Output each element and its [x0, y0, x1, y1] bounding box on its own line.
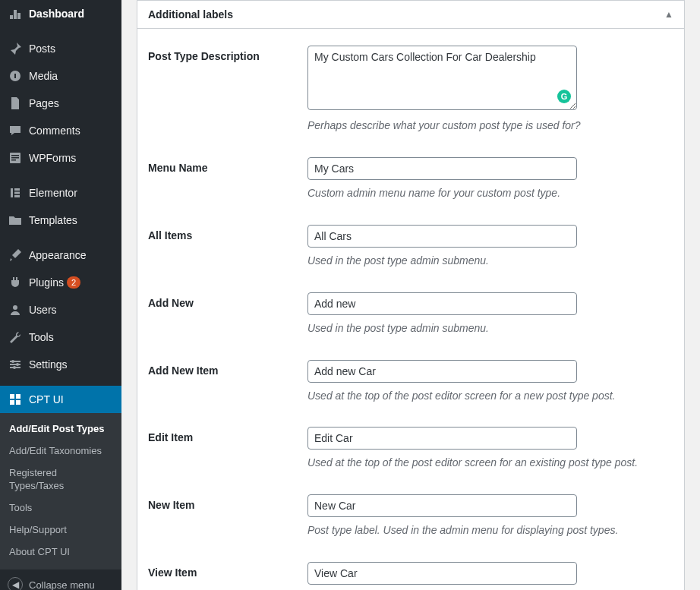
menu-posts[interactable]: Posts	[0, 35, 121, 62]
input-view-item[interactable]	[307, 562, 577, 585]
desc-add-new-item: Used at the top of the post editor scree…	[307, 389, 673, 403]
admin-sidebar: Dashboard Posts Media Pages Comments W	[0, 0, 121, 590]
desc-all-items: Used in the post type admin submenu.	[307, 254, 673, 268]
menu-comments[interactable]: Comments	[0, 117, 121, 144]
media-icon	[8, 68, 23, 84]
menu-tools[interactable]: Tools	[0, 323, 121, 351]
menu-elementor[interactable]: Elementor	[0, 179, 121, 207]
panel-header[interactable]: Additional labels ▲	[137, 1, 684, 29]
svg-rect-3	[11, 155, 19, 156]
menu-appearance[interactable]: Appearance	[0, 241, 121, 269]
sliders-icon	[8, 357, 23, 372]
svg-rect-5	[11, 159, 16, 161]
submenu-add-edit-post-types[interactable]: Add/Edit Post Types	[0, 418, 121, 440]
svg-rect-7	[14, 188, 20, 191]
desc-edit-item: Used at the top of the post editor scree…	[307, 456, 673, 470]
svg-point-16	[13, 366, 16, 369]
grammarly-icon[interactable]: G	[557, 90, 571, 103]
input-add-new-item[interactable]	[307, 360, 577, 383]
svg-rect-6	[11, 188, 13, 197]
panel-toggle-icon[interactable]: ▲	[664, 9, 673, 20]
submenu-help-support[interactable]: Help/Support	[0, 519, 121, 541]
elementor-icon	[8, 185, 23, 200]
folder-icon	[8, 213, 23, 228]
desc-post-type-description: Perhaps describe what your custom post t…	[307, 118, 673, 133]
label-all-items: All Items	[148, 225, 307, 241]
svg-point-10	[13, 305, 17, 310]
submenu-tools[interactable]: Tools	[0, 497, 121, 519]
collapse-menu[interactable]: ◀ Collapse menu	[0, 569, 121, 590]
submenu-add-edit-taxonomies[interactable]: Add/Edit Taxonomies	[0, 440, 121, 462]
input-menu-name[interactable]	[307, 157, 577, 180]
menu-dashboard[interactable]: Dashboard	[0, 0, 121, 27]
input-add-new[interactable]	[307, 292, 577, 315]
svg-rect-4	[11, 157, 19, 159]
cpt-ui-submenu: Add/Edit Post Types Add/Edit Taxonomies …	[0, 413, 121, 569]
dashboard-icon	[8, 6, 23, 21]
svg-rect-19	[10, 400, 14, 405]
svg-rect-17	[10, 394, 14, 399]
pin-icon	[8, 41, 23, 56]
wrench-icon	[8, 330, 23, 345]
input-new-item[interactable]	[307, 494, 577, 517]
label-edit-item: Edit Item	[148, 427, 307, 443]
label-menu-name: Menu Name	[148, 157, 307, 174]
menu-wpforms[interactable]: WPForms	[0, 144, 121, 172]
menu-cpt-ui[interactable]: CPT UI	[0, 386, 121, 413]
svg-point-14	[11, 360, 14, 363]
menu-plugins[interactable]: Plugins 2	[0, 269, 121, 296]
svg-rect-8	[14, 192, 20, 194]
svg-rect-20	[16, 400, 20, 405]
input-all-items[interactable]	[307, 225, 577, 248]
plugins-update-badge: 2	[67, 276, 80, 289]
submenu-registered-types[interactable]: Registered Types/Taxes	[0, 462, 121, 497]
desc-menu-name: Custom admin menu name for your custom p…	[307, 186, 673, 200]
additional-labels-panel: Additional labels ▲ Post Type Descriptio…	[137, 0, 685, 590]
panel-title: Additional labels	[148, 8, 233, 21]
label-view-item: View Item	[148, 562, 307, 579]
menu-users[interactable]: Users	[0, 296, 121, 323]
desc-add-new: Used in the post type admin submenu.	[307, 321, 673, 336]
svg-rect-1	[14, 74, 16, 78]
input-edit-item[interactable]	[307, 427, 577, 450]
cpt-ui-icon	[8, 392, 23, 407]
input-post-type-description[interactable]	[307, 46, 577, 110]
submenu-about[interactable]: About CPT UI	[0, 541, 121, 563]
svg-rect-18	[16, 394, 20, 399]
menu-pages[interactable]: Pages	[0, 90, 121, 117]
svg-point-15	[16, 363, 19, 366]
label-add-new-item: Add New Item	[148, 360, 307, 377]
label-new-item: New Item	[148, 494, 307, 511]
content-area: Additional labels ▲ Post Type Descriptio…	[121, 0, 700, 590]
desc-new-item: Post type label. Used in the admin menu …	[307, 523, 673, 538]
menu-media[interactable]: Media	[0, 62, 121, 90]
menu-templates[interactable]: Templates	[0, 207, 121, 234]
comment-icon	[8, 123, 23, 138]
form-icon	[8, 150, 23, 166]
page-icon	[8, 96, 23, 111]
svg-rect-9	[14, 195, 20, 197]
user-icon	[8, 302, 23, 317]
plug-icon	[8, 275, 23, 290]
collapse-icon: ◀	[8, 577, 23, 590]
label-add-new: Add New	[148, 292, 307, 309]
brush-icon	[8, 248, 23, 263]
label-post-type-description: Post Type Description	[148, 46, 307, 62]
menu-settings[interactable]: Settings	[0, 351, 121, 378]
